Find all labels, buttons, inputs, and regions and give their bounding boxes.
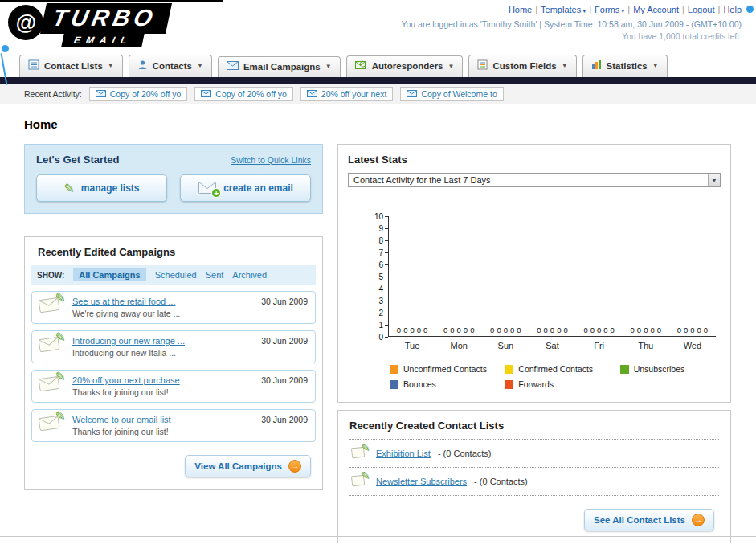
recent-activity-item[interactable]: Copy of 20% off yo — [194, 87, 293, 101]
page-pencil-icon: ✎ — [351, 474, 369, 489]
filter-all-campaigns[interactable]: All Campaigns — [73, 268, 145, 281]
recent-activity-item-label: Copy of 20% off yo — [110, 89, 182, 99]
stats-activity-select[interactable]: Contact Activity for the Last 7 Days ▼ — [348, 173, 721, 187]
header: @ TURBO EMAIL Home|Templates▾|Forms▾|My … — [0, 0, 756, 50]
campaign-title-link[interactable]: 20% off your next purchase — [72, 375, 180, 385]
campaign-list-item[interactable]: ✎ See us at the retail food ... We're gi… — [31, 291, 316, 324]
left-column: Let's Get Started Switch to Quick Links … — [24, 144, 323, 490]
tab-email-campaigns[interactable]: Email Campaigns ▼ — [218, 56, 341, 77]
campaign-subtitle: Introducing our new Italia ... — [72, 348, 185, 358]
campaign-title-link[interactable]: Welcome to our email list — [72, 415, 171, 424]
top-link-forms[interactable]: Forms — [595, 5, 619, 14]
chevron-down-icon: ▼ — [708, 174, 720, 186]
campaign-date: 30 Jun 2009 — [261, 336, 308, 346]
credits-info: You have 1,000 total credits left. — [401, 31, 742, 41]
campaign-date: 30 Jun 2009 — [261, 297, 308, 306]
campaign-list-item[interactable]: ✎ 20% off your next purchase Thanks for … — [31, 370, 316, 403]
separator: | — [682, 5, 684, 14]
x-axis-label: Fri — [594, 341, 604, 350]
logo-band — [0, 0, 223, 2]
campaign-title-link[interactable]: See us at the retail food ... — [72, 297, 180, 306]
switch-to-quick-links[interactable]: Switch to Quick Links — [231, 155, 311, 165]
campaign-subtitle: Thanks for joining our list! — [72, 427, 171, 436]
tab-statistics[interactable]: Statistics ▼ — [582, 55, 668, 77]
stats-activity-selected-value: Contact Activity for the Last 7 Days — [353, 175, 491, 185]
recent-activity-item[interactable]: Copy of Welcome to — [400, 87, 503, 101]
top-link-templates[interactable]: Templates — [541, 5, 581, 14]
tab-custom-fields[interactable]: Custom Fields ▼ — [468, 55, 576, 77]
separator: | — [589, 5, 591, 14]
x-axis-label: Mon — [451, 341, 468, 350]
x-axis-label: Sat — [546, 341, 559, 350]
main-content: Home Let's Get Started Switch to Quick L… — [0, 104, 756, 543]
logo-pointer-dot — [2, 45, 9, 52]
get-started-title: Let's Get Started — [36, 154, 120, 166]
pencil-icon: ✎ — [55, 290, 66, 305]
footer-divider — [0, 536, 756, 537]
chevron-down-icon: ▼ — [448, 63, 455, 70]
manage-lists-button[interactable]: ✎ manage lists — [36, 174, 167, 202]
header-right: Home|Templates▾|Forms▾|My Account|Logout… — [401, 5, 742, 41]
turbo-email-logo: @ TURBO EMAIL — [5, 0, 223, 48]
legend-item-unconfirmed-contacts: Unconfirmed Contacts — [390, 364, 505, 374]
person-icon — [137, 59, 148, 72]
login-info: You are logged in as 'Timothy Smith' | S… — [401, 19, 742, 29]
chevron-down-icon: ▼ — [562, 62, 568, 69]
campaign-list-item[interactable]: ✎ Welcome to our email list Thanks for j… — [31, 409, 316, 442]
separator: | — [535, 5, 537, 14]
logo-text-email: EMAIL — [61, 34, 145, 47]
envelope-icon — [96, 89, 106, 99]
show-label: SHOW: — [37, 271, 64, 280]
help-dot — [746, 6, 754, 13]
see-all-contact-lists-button[interactable]: See All Contact Lists → — [584, 509, 714, 531]
pencil-icon: ✎ — [55, 408, 66, 424]
legend-item-forwards: Forwards — [505, 379, 619, 389]
campaign-date: 30 Jun 2009 — [261, 415, 308, 424]
contact-list-name-link[interactable]: Exhibition List — [376, 449, 431, 458]
chevron-down-icon: ▼ — [652, 62, 659, 69]
tab-label: Email Campaigns — [243, 62, 321, 72]
envelope-icon — [407, 89, 417, 99]
recent-activity-item-label: Copy of 20% off yo — [215, 89, 287, 99]
contact-list-name-link[interactable]: Newsletter Subscribers — [376, 477, 467, 486]
campaign-title-link[interactable]: Introducing our new range ... — [72, 336, 185, 346]
top-link-my-account[interactable]: My Account — [633, 5, 679, 14]
envelope-icon — [227, 61, 239, 72]
create-email-button[interactable]: + create an email — [180, 174, 311, 202]
envelope-pencil-icon: ✎ — [39, 335, 64, 356]
legend-swatch — [390, 365, 398, 374]
top-link-logout[interactable]: Logout — [688, 5, 715, 14]
pencil-icon: ✎ — [361, 441, 370, 454]
tab-autoresponders[interactable]: Autoresponders ▼ — [346, 55, 464, 77]
tab-contacts[interactable]: Contacts ▼ — [129, 55, 212, 77]
page-pencil-icon: ✎ — [351, 446, 369, 461]
page-title: Home — [24, 117, 756, 131]
chevron-down-icon: ▼ — [197, 62, 203, 69]
filter-scheduled[interactable]: Scheduled — [155, 270, 197, 280]
envelope-icon — [307, 89, 317, 99]
envelope-pencil-icon: ✎ — [39, 414, 64, 435]
contact-list-count: - (0 Contacts) — [438, 449, 492, 458]
tab-label: Contact Lists — [44, 61, 103, 71]
chart-legend: Unconfirmed ContactsConfirmed ContactsUn… — [390, 364, 735, 389]
arrow-right-icon: → — [692, 514, 705, 526]
arrow-right-icon: → — [288, 460, 301, 473]
x-axis-label: Sun — [498, 341, 514, 350]
recently-edited-campaigns-panel: Recently Edited Campaigns SHOW: All Camp… — [24, 236, 323, 490]
top-nav: Home|Templates▾|Forms▾|My Account|Logout… — [401, 5, 742, 14]
autoresponder-icon — [355, 60, 367, 72]
recent-activity-item[interactable]: 20% off your next — [300, 87, 394, 101]
view-all-campaigns-button[interactable]: View All Campaigns → — [185, 455, 311, 477]
contact-list-item[interactable]: ✎ Newsletter Subscribers - (0 Contacts) — [349, 468, 719, 496]
contact-list-item[interactable]: ✎ Exhibition List - (0 Contacts) — [349, 440, 719, 468]
contact-list-count: - (0 Contacts) — [474, 477, 528, 486]
top-link-help[interactable]: Help — [723, 5, 742, 14]
tab-contact-lists[interactable]: Contact Lists ▼ — [19, 55, 123, 77]
manage-lists-label: manage lists — [81, 182, 140, 194]
legend-swatch — [620, 365, 629, 374]
recent-activity-item[interactable]: Copy of 20% off yo — [89, 87, 188, 101]
filter-archived[interactable]: Archived — [232, 270, 267, 280]
filter-sent[interactable]: Sent — [206, 270, 224, 280]
campaign-list-item[interactable]: ✎ Introducing our new range ... Introduc… — [31, 330, 316, 363]
top-link-home[interactable]: Home — [509, 5, 532, 14]
